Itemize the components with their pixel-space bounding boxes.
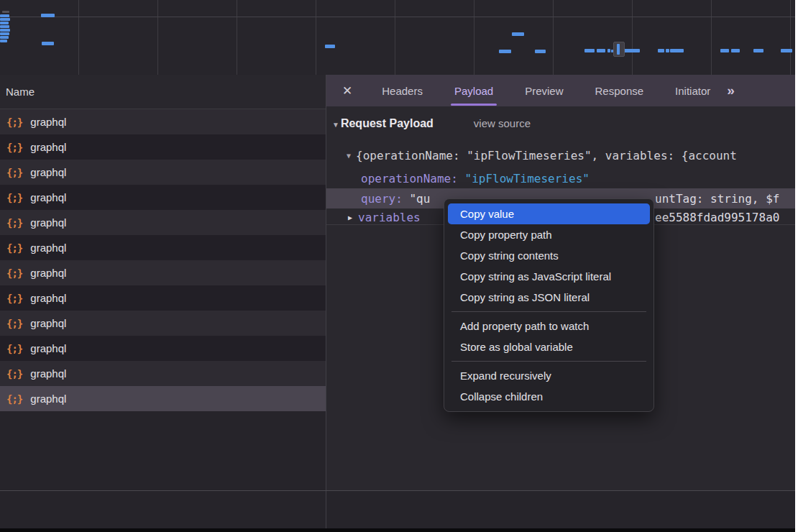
request-row[interactable]: {;}graphql <box>0 210 326 235</box>
json-braces-icon: {;} <box>0 192 22 203</box>
waterfall-bar <box>325 45 335 48</box>
detail-tab-bar: ✕ HeadersPayloadPreviewResponseInitiator… <box>326 75 795 106</box>
menu-item-copy-string-as-json-literal[interactable]: Copy string as JSON literal <box>444 287 653 308</box>
request-list: {;}graphql{;}graphql{;}graphql{;}graphql… <box>0 109 326 411</box>
waterfall-bar <box>658 49 664 52</box>
menu-item-expand-recursively[interactable]: Expand recursively <box>444 365 653 386</box>
tab-preview[interactable]: Preview <box>521 75 567 106</box>
request-name: graphql <box>22 116 66 128</box>
request-row[interactable]: {;}graphql <box>0 311 326 336</box>
request-name: graphql <box>22 216 66 229</box>
waterfall-bar <box>666 49 669 52</box>
request-name: graphql <box>22 292 66 304</box>
waterfall-bar <box>584 49 595 52</box>
property-key: operationName: <box>361 172 458 185</box>
waterfall-bar <box>597 49 605 52</box>
query-row[interactable]: query: "qu <box>361 188 430 208</box>
waterfall-bar <box>0 14 9 17</box>
request-name: graphql <box>22 242 66 254</box>
context-menu: Copy valueCopy property pathCopy string … <box>444 198 654 412</box>
expanded-triangle-icon[interactable]: ▼ <box>347 152 351 160</box>
query-value-continued: untTag: string, $f <box>655 188 779 208</box>
property-key: query: <box>361 192 403 206</box>
menu-separator <box>451 311 646 312</box>
json-braces-icon: {;} <box>0 393 22 405</box>
tab-response[interactable]: Response <box>592 75 648 106</box>
more-tabs-icon[interactable]: » <box>727 83 733 98</box>
waterfall-bar <box>0 29 10 32</box>
name-column-header[interactable]: Name <box>0 75 326 109</box>
tab-payload[interactable]: Payload <box>451 75 497 106</box>
waterfall-bar <box>781 49 792 52</box>
json-braces-icon: {;} <box>0 293 22 304</box>
request-row[interactable]: {;}graphql <box>0 134 326 160</box>
payload-preview-text: {operationName: "ipFlowTimeseries", vari… <box>356 149 737 162</box>
json-braces-icon: {;} <box>0 217 22 229</box>
request-row[interactable]: {;}graphql <box>0 109 326 134</box>
variables-value-continued: ee5588fdad995178a0 <box>655 208 779 226</box>
request-row[interactable]: {;}graphql <box>0 260 326 285</box>
request-name: graphql <box>22 191 66 203</box>
property-value: "ipFlowTimeseries" <box>465 172 590 185</box>
waterfall-bar <box>670 49 684 52</box>
window-bottom-edge <box>0 528 795 532</box>
request-row[interactable]: {;}graphql <box>0 361 326 386</box>
request-row[interactable]: {;}graphql <box>0 386 326 411</box>
json-braces-icon: {;} <box>0 116 22 128</box>
selected-request-bar <box>617 44 620 55</box>
request-row[interactable]: {;}graphql <box>0 235 326 260</box>
waterfall-bar <box>0 25 9 28</box>
property-value-start: "qu <box>409 192 430 206</box>
waterfall-bar <box>731 49 740 52</box>
section-title: Request Payload <box>341 117 434 130</box>
waterfall-bar <box>499 50 511 53</box>
menu-item-copy-property-path[interactable]: Copy property path <box>444 224 653 245</box>
property-key: variables <box>358 211 421 224</box>
network-overview-waterfall[interactable] <box>0 0 795 75</box>
payload-root-node[interactable]: ▼ {operationName: "ipFlowTimeseries", va… <box>347 145 737 165</box>
request-row[interactable]: {;}graphql <box>0 285 326 311</box>
waterfall-bar <box>0 18 10 21</box>
request-name: graphql <box>22 317 66 329</box>
waterfall-bar <box>512 32 524 36</box>
waterfall-bar <box>2 11 9 13</box>
close-icon[interactable]: ✕ <box>342 85 352 97</box>
request-name: graphql <box>22 367 66 380</box>
request-row[interactable]: {;}graphql <box>0 160 326 185</box>
json-braces-icon: {;} <box>0 267 22 279</box>
waterfall-bar <box>753 49 763 52</box>
request-row[interactable]: {;}graphql <box>0 185 326 210</box>
menu-item-copy-string-contents[interactable]: Copy string contents <box>444 245 653 266</box>
variables-row[interactable]: ▶ variables <box>348 208 421 226</box>
devtools-network-panel: Name {;}graphql{;}graphql{;}graphql{;}gr… <box>0 0 795 532</box>
collapsed-triangle-icon[interactable]: ▶ <box>348 214 352 221</box>
tab-headers[interactable]: Headers <box>378 75 426 106</box>
request-name: graphql <box>22 342 66 354</box>
request-row[interactable]: {;}graphql <box>0 336 326 361</box>
tab-initiator[interactable]: Initiator <box>671 75 714 106</box>
json-braces-icon: {;} <box>0 368 22 380</box>
menu-item-collapse-children[interactable]: Collapse children <box>444 386 653 407</box>
menu-item-store-as-global-variable[interactable]: Store as global variable <box>444 336 653 357</box>
waterfall-bar <box>0 36 9 39</box>
selected-request-marker <box>613 42 625 57</box>
json-braces-icon: {;} <box>0 167 22 178</box>
menu-item-copy-string-as-javascript-literal[interactable]: Copy string as JavaScript literal <box>444 266 653 287</box>
request-name: graphql <box>22 393 66 405</box>
waterfall-bar <box>624 49 640 52</box>
menu-separator <box>451 361 646 362</box>
operation-name-row[interactable]: operationName: "ipFlowTimeseries" <box>361 168 590 188</box>
collapse-triangle-icon[interactable]: ▼ <box>332 121 339 129</box>
menu-item-copy-value[interactable]: Copy value <box>448 203 650 224</box>
waterfall-bar <box>0 32 9 35</box>
json-braces-icon: {;} <box>0 318 22 329</box>
request-name: graphql <box>22 166 66 178</box>
summary-bar-separator <box>0 490 795 491</box>
waterfall-bar <box>41 14 55 17</box>
menu-item-add-property-path-to-watch[interactable]: Add property path to watch <box>444 316 653 336</box>
view-source-link[interactable]: view source <box>474 117 531 129</box>
overview-horizontal-gridline <box>0 17 795 17</box>
request-name: graphql <box>22 267 66 279</box>
tabs: HeadersPayloadPreviewResponseInitiator <box>378 75 714 106</box>
json-braces-icon: {;} <box>0 242 22 254</box>
